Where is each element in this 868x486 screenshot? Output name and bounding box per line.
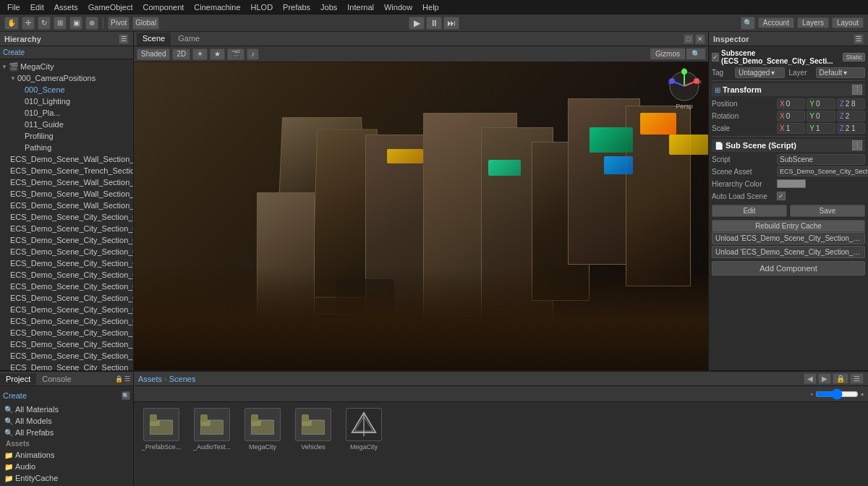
hand-tool-btn[interactable]: ✋ xyxy=(4,17,19,30)
menu-assets[interactable]: Assets xyxy=(50,1,82,13)
hier-item-4[interactable]: 011_Guide xyxy=(0,119,133,130)
breadcrumb-scenes[interactable]: Scenes xyxy=(169,375,196,383)
hier-item-23[interactable]: ECS_Demo_Scene_City_Section_11 xyxy=(0,338,133,350)
menu-prefabs[interactable]: Prefabs xyxy=(278,1,315,13)
create-btn[interactable]: Create xyxy=(3,391,27,400)
tab-console[interactable]: Console xyxy=(36,373,77,385)
pivot-btn[interactable]: Pivot xyxy=(108,17,129,30)
static-badge[interactable]: Static xyxy=(843,53,865,61)
folder-item-1[interactable]: 📁Audio xyxy=(3,461,130,472)
search-item-1[interactable]: 🔍All Models xyxy=(3,415,130,427)
asset-left-btn[interactable]: ◀ xyxy=(804,373,817,384)
hier-item-22[interactable]: ECS_Demo_Scene_City_Section_10 xyxy=(0,327,133,338)
menu-file[interactable]: File xyxy=(3,1,25,13)
hier-root[interactable]: ▼ 🎬 MegaCity xyxy=(0,61,133,72)
hier-item-7[interactable]: ECS_Demo_Scene_Wall_Section_00 xyxy=(0,153,133,165)
hier-item-14[interactable]: ECS_Demo_Scene_City_Section_02 xyxy=(0,234,133,246)
menu-component[interactable]: Component xyxy=(138,1,188,13)
inspector-menu-btn[interactable]: ☰ xyxy=(854,34,864,44)
hier-item-13[interactable]: ECS_Demo_Scene_City_Section_01 xyxy=(0,223,133,234)
subscene-section[interactable]: 📄 Sub Scene (Script) ⋮ xyxy=(712,139,865,152)
tab-game[interactable]: Game xyxy=(172,33,205,46)
hier-item-12[interactable]: ECS_Demo_Scene_City_Section_00 xyxy=(0,211,133,223)
layers-btn[interactable]: Layers xyxy=(797,17,829,28)
hier-item-18[interactable]: ECS_Demo_Scene_City_Section_06 xyxy=(0,281,133,292)
hier-item-1[interactable]: 000_Scene xyxy=(0,84,133,95)
scale-y-field[interactable]: Y 1 xyxy=(807,123,835,134)
pause-btn[interactable]: ⏸ xyxy=(426,17,442,30)
menu-edit[interactable]: Edit xyxy=(26,1,48,13)
scene-asset-value[interactable]: ECS_Demo_Scene_City_Section_... xyxy=(777,166,868,176)
menu-help[interactable]: Help xyxy=(418,1,443,13)
gizmos-btn[interactable]: Gizmos xyxy=(650,48,685,59)
maximize-btn[interactable]: □ xyxy=(684,34,694,44)
hier-item-25[interactable]: ECS_Demo_Scene_City_Section_13 xyxy=(0,362,133,370)
audio-btn[interactable]: ♪ xyxy=(247,48,259,60)
asset-right-btn[interactable]: ▶ xyxy=(818,373,831,384)
hier-item-6[interactable]: Pathing xyxy=(0,142,133,153)
rot-y-field[interactable]: Y 0 xyxy=(807,111,835,122)
gizmo-widget[interactable]: X Y Z Persp xyxy=(666,68,702,104)
hier-item-5[interactable]: Profiling xyxy=(0,130,133,142)
hier-item-20[interactable]: ECS_Demo_Scene_City_Section_08 xyxy=(0,304,133,315)
layout-btn[interactable]: Layout xyxy=(832,17,864,28)
edit-btn[interactable]: Edit xyxy=(712,205,787,217)
add-component-btn[interactable]: Add Component xyxy=(712,261,865,276)
step-btn[interactable]: ⏭ xyxy=(443,17,459,30)
transform-tool-btn[interactable]: ⊕ xyxy=(85,17,98,30)
layer-dropdown[interactable]: Default ▾ xyxy=(816,67,866,78)
close-scene-btn[interactable]: ✕ xyxy=(695,34,705,44)
hier-item-15[interactable]: ECS_Demo_Scene_City_Section_03 xyxy=(0,246,133,257)
scale-z-field[interactable]: Z 2 1 xyxy=(837,123,865,134)
scene-canvas[interactable]: X Y Z Persp xyxy=(134,62,708,370)
asset-item-0[interactable]: _PrefabSce... xyxy=(140,408,183,451)
menu-jobs[interactable]: Jobs xyxy=(316,1,341,13)
scene-filter-btn[interactable]: 🎬 xyxy=(227,48,244,60)
hierarchy-color-picker[interactable] xyxy=(777,179,806,188)
hier-item-9[interactable]: ECS_Demo_Scene_Wall_Section_01 xyxy=(0,176,133,188)
menu-gameobject[interactable]: GameObject xyxy=(84,1,137,13)
search-item-0[interactable]: 🔍All Materials xyxy=(3,404,130,415)
rot-x-field[interactable]: X 0 xyxy=(777,111,805,122)
menu-window[interactable]: Window xyxy=(380,1,417,13)
save-btn[interactable]: Save xyxy=(790,205,865,217)
scale-x-field[interactable]: X 1 xyxy=(777,123,805,134)
tab-project[interactable]: Project xyxy=(0,373,36,385)
rot-z-field[interactable]: Z 2 xyxy=(837,111,865,122)
hier-item-16[interactable]: ECS_Demo_Scene_City_Section_04 xyxy=(0,257,133,269)
unload-btn-2[interactable]: Unload 'ECS_Demo_Scene_City_Section_24' … xyxy=(712,246,865,258)
breadcrumb-assets[interactable]: Assets xyxy=(138,375,162,383)
hier-item-17[interactable]: ECS_Demo_Scene_City_Section_05 xyxy=(0,269,133,281)
folder-item-2[interactable]: 📁EntityCache xyxy=(3,472,130,484)
tag-dropdown[interactable]: Untagged ▾ xyxy=(735,67,785,78)
project-lock-icon[interactable]: 🔒 xyxy=(115,375,123,383)
asset-item-1[interactable]: _AudioTest... xyxy=(190,408,234,451)
global-btn[interactable]: Global xyxy=(132,17,159,30)
menu-hlod[interactable]: HLOD xyxy=(247,1,278,13)
asset-lock-btn[interactable]: 🔒 xyxy=(833,373,848,384)
fx-btn[interactable]: ★ xyxy=(210,48,225,60)
transform-settings-icon[interactable]: ⋮ xyxy=(852,85,862,95)
project-menu-icon[interactable]: ☰ xyxy=(124,375,130,383)
account-btn[interactable]: Account xyxy=(758,17,794,28)
asset-item-2[interactable]: MegaCity xyxy=(241,408,284,451)
asset-item-4[interactable]: MegaCity xyxy=(342,408,386,451)
asset-content[interactable]: _PrefabSce... _AudioTest... MegaCity Veh… xyxy=(134,402,868,486)
scale-tool-btn[interactable]: ⊞ xyxy=(54,17,67,30)
folder-item-0[interactable]: 📁Animations xyxy=(3,449,130,461)
pos-y-field[interactable]: Y 0 xyxy=(807,98,835,109)
search-icon-btn[interactable]: 🔍 xyxy=(741,17,755,30)
subscene-settings-icon[interactable]: ⋮ xyxy=(852,140,862,150)
pos-x-field[interactable]: X 0 xyxy=(777,98,805,109)
search-vp-btn[interactable]: 🔍 xyxy=(686,48,705,59)
hier-item-21[interactable]: ECS_Demo_Scene_City_Section_09 xyxy=(0,315,133,327)
hier-item-0[interactable]: ▼000_CameraPositions xyxy=(0,72,133,84)
unload-btn-1[interactable]: Unload 'ECS_Demo_Scene_City_Section_24' xyxy=(712,232,865,244)
move-tool-btn[interactable]: ✛ xyxy=(22,17,35,30)
search-project-btn[interactable]: 🔍 xyxy=(122,391,130,400)
shaded-btn[interactable]: Shaded xyxy=(137,48,170,60)
auto-load-checkbox[interactable]: ✓ xyxy=(777,192,786,200)
hier-item-11[interactable]: ECS_Demo_Scene_Wall_Section_03 xyxy=(0,200,133,211)
asset-item-3[interactable]: Vehicles xyxy=(292,408,335,451)
play-btn[interactable]: ▶ xyxy=(409,17,425,30)
